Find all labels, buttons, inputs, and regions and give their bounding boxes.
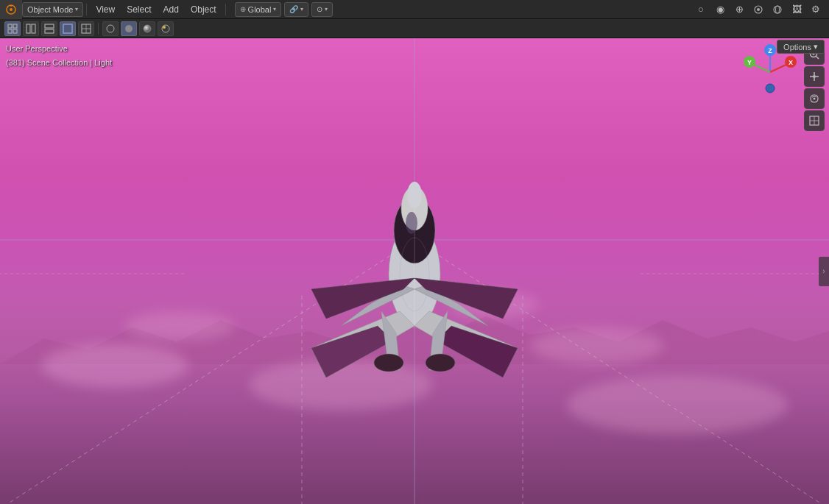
svg-point-45: [426, 354, 455, 372]
pivot-arrow: ▾: [273, 6, 276, 13]
snap-arrow: ▾: [300, 6, 303, 13]
world-icon[interactable]: [769, 1, 786, 18]
shading-solid[interactable]: [121, 21, 137, 36]
svg-point-50: [407, 182, 422, 208]
viewport-3d[interactable]: User Perspective (381) Scene Collection …: [0, 38, 829, 504]
shading-wireframe[interactable]: [102, 21, 119, 36]
gizmo-icon[interactable]: ⊕: [730, 1, 748, 18]
panel-arrow-icon: ›: [822, 267, 825, 275]
svg-rect-11: [27, 24, 30, 33]
options-button[interactable]: Options ▾: [777, 40, 825, 54]
svg-point-51: [406, 212, 417, 234]
mode-dropdown-arrow: ▾: [75, 6, 78, 13]
menu-sep-1: [86, 4, 87, 15]
render-properties-icon[interactable]: 🖼: [788, 1, 805, 18]
svg-point-4: [757, 8, 760, 11]
blender-logo[interactable]: [0, 0, 22, 19]
toolbar-btn-overlay2[interactable]: [41, 21, 57, 36]
viewport-right-tools: [804, 44, 825, 131]
svg-rect-12: [32, 24, 35, 33]
svg-rect-7: [8, 24, 12, 28]
pan-tool-btn[interactable]: [804, 66, 825, 87]
svg-point-66: [813, 75, 816, 78]
proportional-dropdown[interactable]: ⊙ ▾: [311, 2, 333, 17]
overlay-icon[interactable]: ◉: [711, 1, 729, 18]
cloud-5: [567, 375, 788, 434]
shading-material[interactable]: [139, 21, 155, 36]
svg-text:Z: Z: [768, 47, 772, 54]
toolbar-btn-single[interactable]: [60, 21, 76, 36]
ortho-tool-btn[interactable]: [804, 110, 825, 131]
snap-dropdown[interactable]: 🔗 ▾: [284, 2, 308, 17]
svg-point-21: [144, 25, 151, 32]
pivot-dropdown[interactable]: ⊕ Global ▾: [235, 2, 282, 17]
svg-text:X: X: [789, 59, 793, 66]
options-label: Options: [783, 43, 811, 52]
toolbar-btn-quad[interactable]: [78, 21, 94, 36]
menu-add[interactable]: Add: [158, 0, 185, 19]
menu-sep-2: [225, 4, 226, 15]
svg-rect-14: [45, 29, 54, 33]
viewport-shading-icon[interactable]: ○: [692, 1, 710, 18]
svg-rect-9: [8, 29, 12, 33]
svg-point-22: [162, 25, 169, 32]
svg-rect-8: [13, 24, 17, 28]
top-menubar: Object Mode ▾ View Select Add Object ⊕ G…: [0, 0, 829, 19]
svg-point-61: [766, 84, 775, 93]
orbit-tool-btn[interactable]: [804, 88, 825, 109]
side-panel-toggle[interactable]: ›: [819, 257, 829, 286]
options-arrow: ▾: [814, 42, 818, 52]
svg-text:Y: Y: [747, 59, 752, 66]
svg-rect-10: [13, 29, 17, 33]
svg-point-44: [374, 354, 403, 372]
toolbar-row: Options ▾: [0, 19, 829, 38]
svg-point-20: [125, 25, 133, 32]
scene-icon[interactable]: [749, 1, 767, 18]
svg-point-23: [163, 26, 166, 29]
cloud-1: [41, 344, 188, 388]
right-header-icons: ○ ◉ ⊕ 🖼 ⚙: [692, 1, 829, 18]
object-mode-dropdown[interactable]: Object Mode ▾: [22, 2, 83, 17]
pivot-label: Global: [248, 5, 272, 14]
svg-rect-15: [63, 24, 72, 33]
menu-object[interactable]: Object: [185, 0, 222, 19]
svg-point-5: [774, 6, 781, 13]
svg-line-63: [816, 57, 819, 60]
svg-point-19: [107, 25, 114, 32]
svg-rect-13: [45, 24, 54, 28]
jet-plane: [267, 142, 562, 377]
toolbar-btn-layout[interactable]: [4, 21, 21, 36]
svg-point-6: [776, 6, 780, 13]
object-mode-label: Object Mode: [27, 5, 73, 14]
menu-select[interactable]: Select: [121, 0, 157, 19]
svg-point-1: [10, 8, 13, 11]
shading-rendered[interactable]: [158, 21, 174, 36]
settings-icon[interactable]: ⚙: [807, 1, 825, 18]
proportional-arrow: ▾: [325, 6, 328, 13]
menu-view[interactable]: View: [90, 0, 121, 19]
toolbar-btn-overlay1[interactable]: [23, 21, 39, 36]
svg-point-67: [814, 98, 816, 100]
toolbar-sep-1: [98, 23, 99, 35]
